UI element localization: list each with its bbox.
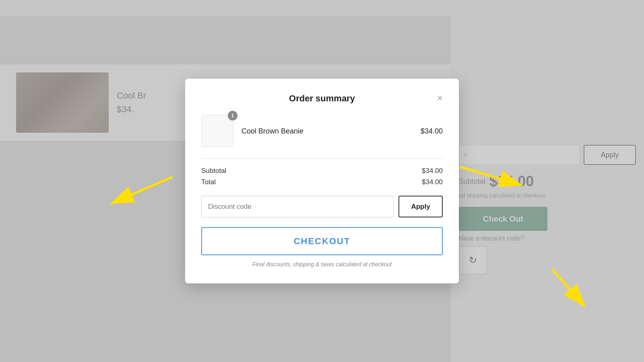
checkout-button[interactable]: CHECKOUT xyxy=(201,227,443,255)
subtotal-value: $34.00 xyxy=(422,167,443,175)
modal-product-item: 1 Cool Brown Beanie $34.00 xyxy=(201,115,443,147)
checkout-disclaimer: Final discounts, shipping & taxes calcul… xyxy=(201,261,443,267)
subtotal-label: Subtotal xyxy=(201,167,226,175)
subtotal-row: Subtotal $34.00 xyxy=(201,167,443,175)
product-quantity-badge: 1 xyxy=(228,111,237,121)
total-label: Total xyxy=(201,178,216,186)
modal-discount-row: Apply xyxy=(201,196,443,218)
total-row: Total $34.00 xyxy=(201,178,443,186)
apply-discount-button[interactable]: Apply xyxy=(398,196,443,218)
modal-close-button[interactable]: × xyxy=(437,93,443,103)
order-summary-modal: Order summary × 1 Cool Brown Beanie $34.… xyxy=(185,79,459,284)
modal-title: Order summary xyxy=(289,93,355,103)
modal-product-image xyxy=(201,115,233,147)
discount-code-input[interactable] xyxy=(201,196,394,218)
modal-product-image-wrap: 1 xyxy=(201,115,233,147)
total-value: $34.00 xyxy=(422,178,443,186)
modal-product-price: $34.00 xyxy=(421,127,443,135)
modal-divider xyxy=(201,158,443,159)
modal-product-name: Cool Brown Beanie xyxy=(242,127,413,135)
modal-header: Order summary × xyxy=(201,93,443,104)
modal-totals: Subtotal $34.00 Total $34.00 xyxy=(201,167,443,186)
